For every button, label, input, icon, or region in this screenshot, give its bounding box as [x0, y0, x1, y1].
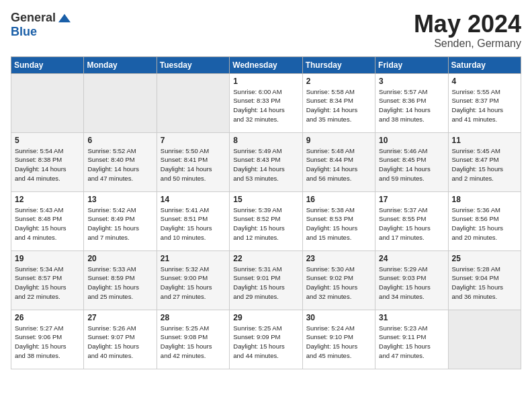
day-cell: 17Sunrise: 5:37 AM Sunset: 8:55 PM Dayli… — [375, 191, 448, 250]
day-number: 2 — [306, 77, 372, 86]
day-detail: Sunrise: 5:54 AM Sunset: 8:38 PM Dayligh… — [15, 146, 81, 183]
day-detail: Sunrise: 5:46 AM Sunset: 8:45 PM Dayligh… — [379, 146, 445, 183]
day-cell: 24Sunrise: 5:29 AM Sunset: 9:03 PM Dayli… — [375, 250, 448, 310]
day-detail: Sunrise: 5:25 AM Sunset: 9:08 PM Dayligh… — [161, 324, 226, 361]
week-row-4: 19Sunrise: 5:34 AM Sunset: 8:57 PM Dayli… — [11, 250, 521, 310]
day-cell: 7Sunrise: 5:50 AM Sunset: 8:41 PM Daylig… — [157, 132, 229, 191]
week-row-2: 5Sunrise: 5:54 AM Sunset: 8:38 PM Daylig… — [11, 132, 521, 191]
day-cell: 19Sunrise: 5:34 AM Sunset: 8:57 PM Dayli… — [11, 250, 84, 310]
day-number: 3 — [379, 77, 445, 86]
logo-arrow-icon — [58, 13, 71, 23]
day-number: 30 — [306, 313, 372, 322]
day-cell: 16Sunrise: 5:38 AM Sunset: 8:53 PM Dayli… — [302, 191, 375, 250]
column-header-saturday: Saturday — [448, 56, 521, 73]
day-cell: 13Sunrise: 5:42 AM Sunset: 8:49 PM Dayli… — [84, 191, 157, 250]
day-number: 5 — [15, 136, 81, 145]
day-detail: Sunrise: 5:31 AM Sunset: 9:01 PM Dayligh… — [233, 265, 299, 302]
day-cell: 12Sunrise: 5:43 AM Sunset: 8:48 PM Dayli… — [11, 191, 84, 250]
column-header-sunday: Sunday — [11, 56, 84, 73]
day-detail: Sunrise: 5:43 AM Sunset: 8:48 PM Dayligh… — [15, 205, 81, 242]
day-number: 12 — [15, 195, 81, 204]
day-cell: 27Sunrise: 5:26 AM Sunset: 9:07 PM Dayli… — [84, 310, 157, 369]
column-header-friday: Friday — [375, 56, 448, 73]
day-cell — [157, 73, 229, 132]
calendar-header-row: SundayMondayTuesdayWednesdayThursdayFrid… — [11, 56, 521, 73]
day-detail: Sunrise: 5:36 AM Sunset: 8:56 PM Dayligh… — [452, 205, 518, 242]
day-cell — [84, 73, 157, 132]
day-number: 23 — [306, 254, 372, 263]
day-detail: Sunrise: 5:55 AM Sunset: 8:37 PM Dayligh… — [452, 87, 518, 124]
svg-marker-0 — [58, 13, 71, 22]
day-number: 25 — [452, 254, 518, 263]
day-detail: Sunrise: 6:00 AM Sunset: 8:33 PM Dayligh… — [233, 87, 299, 124]
day-number: 15 — [233, 195, 299, 204]
day-number: 6 — [87, 136, 153, 145]
day-number: 19 — [15, 254, 81, 263]
day-detail: Sunrise: 5:38 AM Sunset: 8:53 PM Dayligh… — [306, 205, 372, 242]
column-header-tuesday: Tuesday — [157, 56, 229, 73]
day-detail: Sunrise: 5:29 AM Sunset: 9:03 PM Dayligh… — [379, 265, 445, 302]
day-detail: Sunrise: 5:27 AM Sunset: 9:06 PM Dayligh… — [15, 324, 81, 361]
page-container: General Blue May 2024 Senden, Germany Su… — [0, 0, 532, 376]
day-detail: Sunrise: 5:23 AM Sunset: 9:11 PM Dayligh… — [379, 324, 445, 361]
day-number: 31 — [379, 313, 445, 322]
day-detail: Sunrise: 5:58 AM Sunset: 8:34 PM Dayligh… — [306, 87, 372, 124]
day-cell: 18Sunrise: 5:36 AM Sunset: 8:56 PM Dayli… — [448, 191, 521, 250]
day-detail: Sunrise: 5:28 AM Sunset: 9:04 PM Dayligh… — [452, 265, 518, 302]
day-cell: 29Sunrise: 5:25 AM Sunset: 9:09 PM Dayli… — [230, 310, 302, 369]
day-number: 26 — [15, 313, 81, 322]
calendar-body: 1Sunrise: 6:00 AM Sunset: 8:33 PM Daylig… — [11, 73, 521, 369]
day-detail: Sunrise: 5:37 AM Sunset: 8:55 PM Dayligh… — [379, 205, 445, 242]
day-cell: 1Sunrise: 6:00 AM Sunset: 8:33 PM Daylig… — [230, 73, 302, 132]
day-detail: Sunrise: 5:34 AM Sunset: 8:57 PM Dayligh… — [15, 265, 81, 302]
day-cell: 31Sunrise: 5:23 AM Sunset: 9:11 PM Dayli… — [375, 310, 448, 369]
title-block: May 2024 Senden, Germany — [414, 11, 521, 50]
day-detail: Sunrise: 5:52 AM Sunset: 8:40 PM Dayligh… — [87, 146, 153, 183]
day-detail: Sunrise: 5:57 AM Sunset: 8:36 PM Dayligh… — [379, 87, 445, 124]
day-number: 7 — [161, 136, 226, 145]
day-detail: Sunrise: 5:50 AM Sunset: 8:41 PM Dayligh… — [161, 146, 226, 183]
day-number: 27 — [87, 313, 153, 322]
day-cell: 6Sunrise: 5:52 AM Sunset: 8:40 PM Daylig… — [84, 132, 157, 191]
day-cell: 22Sunrise: 5:31 AM Sunset: 9:01 PM Dayli… — [230, 250, 302, 310]
day-number: 16 — [306, 195, 372, 204]
day-number: 13 — [87, 195, 153, 204]
day-cell: 28Sunrise: 5:25 AM Sunset: 9:08 PM Dayli… — [157, 310, 229, 369]
day-cell: 20Sunrise: 5:33 AM Sunset: 8:59 PM Dayli… — [84, 250, 157, 310]
day-cell: 8Sunrise: 5:49 AM Sunset: 8:43 PM Daylig… — [230, 132, 302, 191]
day-number: 20 — [87, 254, 153, 263]
day-number: 14 — [161, 195, 226, 204]
day-number: 4 — [452, 77, 518, 86]
day-cell: 4Sunrise: 5:55 AM Sunset: 8:37 PM Daylig… — [448, 73, 521, 132]
week-row-1: 1Sunrise: 6:00 AM Sunset: 8:33 PM Daylig… — [11, 73, 521, 132]
day-number: 1 — [233, 77, 299, 86]
day-cell: 25Sunrise: 5:28 AM Sunset: 9:04 PM Dayli… — [448, 250, 521, 310]
day-detail: Sunrise: 5:26 AM Sunset: 9:07 PM Dayligh… — [87, 324, 153, 361]
day-cell: 3Sunrise: 5:57 AM Sunset: 8:36 PM Daylig… — [375, 73, 448, 132]
day-cell: 26Sunrise: 5:27 AM Sunset: 9:06 PM Dayli… — [11, 310, 84, 369]
day-cell: 30Sunrise: 5:24 AM Sunset: 9:10 PM Dayli… — [302, 310, 375, 369]
day-number: 10 — [379, 136, 445, 145]
column-header-wednesday: Wednesday — [230, 56, 302, 73]
day-cell: 11Sunrise: 5:45 AM Sunset: 8:47 PM Dayli… — [448, 132, 521, 191]
day-number: 24 — [379, 254, 445, 263]
day-number: 11 — [452, 136, 518, 145]
day-detail: Sunrise: 5:24 AM Sunset: 9:10 PM Dayligh… — [306, 324, 372, 361]
day-cell: 9Sunrise: 5:48 AM Sunset: 8:44 PM Daylig… — [302, 132, 375, 191]
day-number: 29 — [233, 313, 299, 322]
day-cell: 14Sunrise: 5:41 AM Sunset: 8:51 PM Dayli… — [157, 191, 229, 250]
day-cell: 5Sunrise: 5:54 AM Sunset: 8:38 PM Daylig… — [11, 132, 84, 191]
month-title: May 2024 — [414, 11, 521, 38]
day-cell: 23Sunrise: 5:30 AM Sunset: 9:02 PM Dayli… — [302, 250, 375, 310]
day-number: 18 — [452, 195, 518, 204]
day-detail: Sunrise: 5:42 AM Sunset: 8:49 PM Dayligh… — [87, 205, 153, 242]
day-detail: Sunrise: 5:33 AM Sunset: 8:59 PM Dayligh… — [87, 265, 153, 302]
location: Senden, Germany — [414, 38, 521, 50]
day-detail: Sunrise: 5:39 AM Sunset: 8:52 PM Dayligh… — [233, 205, 299, 242]
week-row-5: 26Sunrise: 5:27 AM Sunset: 9:06 PM Dayli… — [11, 310, 521, 369]
day-number: 17 — [379, 195, 445, 204]
day-detail: Sunrise: 5:48 AM Sunset: 8:44 PM Dayligh… — [306, 146, 372, 183]
calendar-table: SundayMondayTuesdayWednesdayThursdayFrid… — [11, 56, 521, 369]
day-cell: 10Sunrise: 5:46 AM Sunset: 8:45 PM Dayli… — [375, 132, 448, 191]
day-cell — [448, 310, 521, 369]
